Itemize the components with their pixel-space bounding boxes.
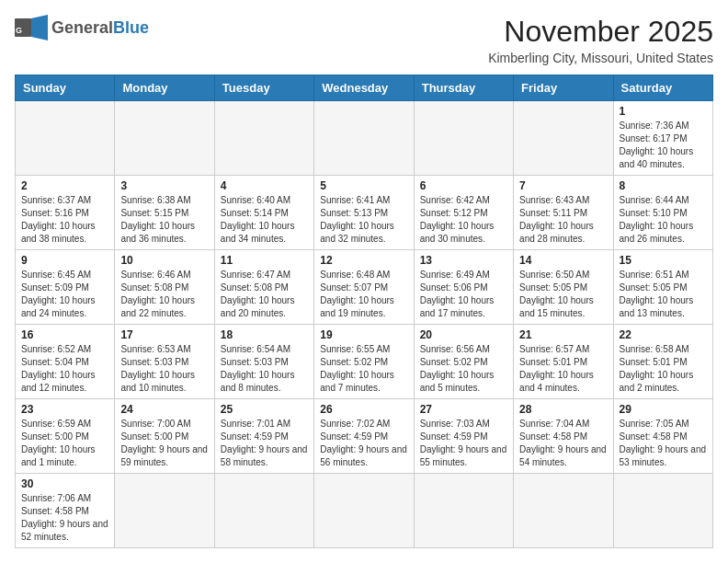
day-info: Sunrise: 7:03 AM Sunset: 4:59 PM Dayligh… [420, 418, 507, 469]
month-title: November 2025 [488, 15, 713, 49]
calendar-cell [613, 474, 712, 548]
calendar-cell: 11Sunrise: 6:47 AM Sunset: 5:08 PM Dayli… [214, 250, 313, 325]
calendar-cell [214, 474, 313, 548]
calendar-cell: 30Sunrise: 7:06 AM Sunset: 4:58 PM Dayli… [16, 474, 115, 548]
title-area: November 2025 Kimberling City, Missouri,… [488, 15, 713, 65]
day-info: Sunrise: 6:57 AM Sunset: 5:01 PM Dayligh… [519, 343, 607, 395]
calendar-cell: 29Sunrise: 7:05 AM Sunset: 4:58 PM Dayli… [613, 399, 712, 474]
calendar-cell: 2Sunrise: 6:37 AM Sunset: 5:16 PM Daylig… [16, 176, 115, 250]
day-info: Sunrise: 7:06 AM Sunset: 4:58 PM Dayligh… [21, 492, 108, 544]
weekday-header-saturday: Saturday [613, 75, 712, 101]
day-number: 19 [320, 328, 407, 341]
calendar-cell: 18Sunrise: 6:54 AM Sunset: 5:03 PM Dayli… [214, 325, 313, 399]
day-number: 27 [420, 403, 507, 416]
day-info: Sunrise: 7:02 AM Sunset: 4:59 PM Dayligh… [320, 418, 407, 469]
weekday-header-row: SundayMondayTuesdayWednesdayThursdayFrid… [16, 75, 713, 101]
calendar-cell: 6Sunrise: 6:42 AM Sunset: 5:12 PM Daylig… [414, 176, 513, 250]
calendar-week-2: 2Sunrise: 6:37 AM Sunset: 5:16 PM Daylig… [16, 176, 713, 250]
day-number: 18 [221, 328, 308, 341]
day-info: Sunrise: 7:00 AM Sunset: 5:00 PM Dayligh… [120, 418, 208, 469]
day-info: Sunrise: 6:41 AM Sunset: 5:13 PM Dayligh… [320, 194, 407, 246]
day-number: 3 [120, 179, 208, 192]
calendar-cell [314, 101, 414, 176]
day-info: Sunrise: 6:44 AM Sunset: 5:10 PM Dayligh… [620, 194, 707, 246]
calendar-cell: 24Sunrise: 7:00 AM Sunset: 5:00 PM Dayli… [115, 399, 214, 474]
day-info: Sunrise: 6:48 AM Sunset: 5:07 PM Dayligh… [320, 269, 407, 320]
calendar-cell [514, 474, 613, 548]
calendar-cell: 25Sunrise: 7:01 AM Sunset: 4:59 PM Dayli… [214, 399, 313, 474]
day-number: 25 [221, 403, 308, 416]
day-number: 22 [620, 328, 707, 341]
day-info: Sunrise: 6:38 AM Sunset: 5:15 PM Dayligh… [120, 194, 208, 246]
day-info: Sunrise: 6:45 AM Sunset: 5:09 PM Dayligh… [21, 269, 108, 320]
calendar-cell: 27Sunrise: 7:03 AM Sunset: 4:59 PM Dayli… [414, 399, 513, 474]
day-info: Sunrise: 6:55 AM Sunset: 5:02 PM Dayligh… [320, 343, 407, 395]
calendar-cell: 4Sunrise: 6:40 AM Sunset: 5:14 PM Daylig… [214, 176, 313, 250]
day-number: 26 [320, 403, 407, 416]
day-info: Sunrise: 6:53 AM Sunset: 5:03 PM Dayligh… [120, 343, 208, 395]
calendar-cell: 22Sunrise: 6:58 AM Sunset: 5:01 PM Dayli… [613, 325, 712, 399]
day-info: Sunrise: 6:40 AM Sunset: 5:14 PM Dayligh… [221, 194, 308, 246]
day-info: Sunrise: 7:04 AM Sunset: 4:58 PM Dayligh… [519, 418, 607, 469]
day-info: Sunrise: 6:52 AM Sunset: 5:04 PM Dayligh… [21, 343, 108, 395]
day-number: 24 [120, 403, 208, 416]
weekday-header-tuesday: Tuesday [214, 75, 313, 101]
calendar-week-5: 23Sunrise: 6:59 AM Sunset: 5:00 PM Dayli… [16, 399, 713, 474]
day-info: Sunrise: 7:36 AM Sunset: 6:17 PM Dayligh… [620, 120, 707, 171]
logo-icon: G [15, 15, 48, 40]
day-info: Sunrise: 7:01 AM Sunset: 4:59 PM Dayligh… [221, 418, 308, 469]
day-info: Sunrise: 7:05 AM Sunset: 4:58 PM Dayligh… [620, 418, 707, 469]
weekday-header-sunday: Sunday [16, 75, 115, 101]
calendar-cell: 23Sunrise: 6:59 AM Sunset: 5:00 PM Dayli… [16, 399, 115, 474]
day-info: Sunrise: 6:37 AM Sunset: 5:16 PM Dayligh… [21, 194, 108, 246]
calendar-cell [115, 474, 214, 548]
day-info: Sunrise: 6:47 AM Sunset: 5:08 PM Dayligh… [221, 269, 308, 320]
day-number: 5 [320, 179, 407, 192]
day-number: 6 [420, 179, 507, 192]
calendar-cell: 19Sunrise: 6:55 AM Sunset: 5:02 PM Dayli… [314, 325, 414, 399]
calendar-cell: 16Sunrise: 6:52 AM Sunset: 5:04 PM Dayli… [16, 325, 115, 399]
logo-wordmark: GeneralBlue [51, 18, 149, 38]
calendar-cell: 1Sunrise: 7:36 AM Sunset: 6:17 PM Daylig… [613, 101, 712, 176]
calendar-week-1: 1Sunrise: 7:36 AM Sunset: 6:17 PM Daylig… [16, 101, 713, 176]
day-number: 9 [21, 254, 108, 267]
calendar-week-4: 16Sunrise: 6:52 AM Sunset: 5:04 PM Dayli… [16, 325, 713, 399]
weekday-header-friday: Friday [514, 75, 613, 101]
calendar-table: SundayMondayTuesdayWednesdayThursdayFrid… [15, 75, 713, 548]
day-number: 28 [519, 403, 607, 416]
day-number: 1 [620, 105, 707, 118]
day-number: 17 [120, 328, 208, 341]
day-number: 8 [620, 179, 707, 192]
day-number: 7 [519, 179, 607, 192]
logo-general: General [51, 18, 113, 37]
calendar-cell [16, 101, 115, 176]
calendar-cell [214, 101, 313, 176]
day-info: Sunrise: 6:58 AM Sunset: 5:01 PM Dayligh… [620, 343, 707, 395]
calendar-cell [514, 101, 613, 176]
calendar-cell: 8Sunrise: 6:44 AM Sunset: 5:10 PM Daylig… [613, 176, 712, 250]
day-info: Sunrise: 6:56 AM Sunset: 5:02 PM Dayligh… [420, 343, 507, 395]
logo-blue: Blue [113, 18, 149, 37]
day-number: 16 [21, 328, 108, 341]
calendar-week-6: 30Sunrise: 7:06 AM Sunset: 4:58 PM Dayli… [16, 474, 713, 548]
day-number: 23 [21, 403, 108, 416]
calendar-cell: 17Sunrise: 6:53 AM Sunset: 5:03 PM Dayli… [115, 325, 214, 399]
day-number: 13 [420, 254, 507, 267]
day-info: Sunrise: 6:54 AM Sunset: 5:03 PM Dayligh… [221, 343, 308, 395]
day-number: 20 [420, 328, 507, 341]
day-number: 12 [320, 254, 407, 267]
calendar-cell: 28Sunrise: 7:04 AM Sunset: 4:58 PM Dayli… [514, 399, 613, 474]
calendar-cell: 21Sunrise: 6:57 AM Sunset: 5:01 PM Dayli… [514, 325, 613, 399]
weekday-header-wednesday: Wednesday [314, 75, 414, 101]
day-number: 15 [620, 254, 707, 267]
location-title: Kimberling City, Missouri, United States [488, 51, 713, 65]
calendar-cell: 26Sunrise: 7:02 AM Sunset: 4:59 PM Dayli… [314, 399, 414, 474]
calendar-cell: 12Sunrise: 6:48 AM Sunset: 5:07 PM Dayli… [314, 250, 414, 325]
day-number: 30 [21, 477, 108, 490]
day-number: 4 [221, 179, 308, 192]
weekday-header-monday: Monday [115, 75, 214, 101]
day-info: Sunrise: 6:50 AM Sunset: 5:05 PM Dayligh… [519, 269, 607, 320]
calendar-cell: 13Sunrise: 6:49 AM Sunset: 5:06 PM Dayli… [414, 250, 513, 325]
day-info: Sunrise: 6:42 AM Sunset: 5:12 PM Dayligh… [420, 194, 507, 246]
calendar-cell: 14Sunrise: 6:50 AM Sunset: 5:05 PM Dayli… [514, 250, 613, 325]
